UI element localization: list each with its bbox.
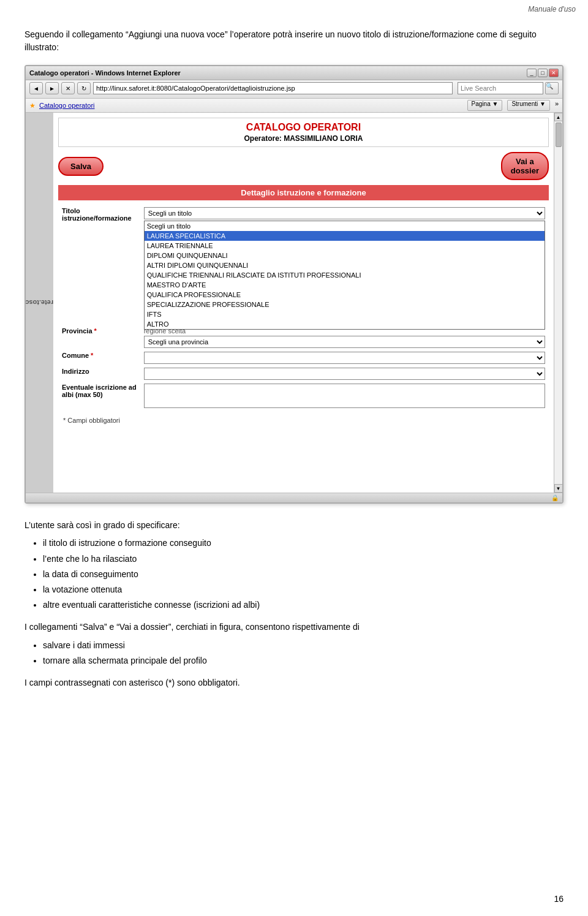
dropdown-item-qualifiche[interactable]: QUALIFICHE TRIENNALI RILASCIATE DA ISTIT… — [145, 270, 545, 280]
form-table: Titoloistruzione/formazione Scegli un ti… — [58, 205, 549, 412]
label-titolo: Titoloistruzione/formazione — [58, 205, 140, 325]
browser-window-buttons: _ □ ✕ — [527, 69, 559, 77]
select-titolo[interactable]: Scegli un titolo — [144, 207, 545, 219]
form-row-indirizzo: Indirizzo — [58, 366, 549, 382]
dropdown-item-altri-diplomi[interactable]: ALTRI DIPLOMI QUINQUENNALI — [145, 260, 545, 270]
section-header: Dettaglio istruzione e formazione — [58, 185, 549, 200]
body-intro: L’utente sarà così in grado di specifica… — [24, 518, 564, 532]
page-content-area: www.rete.toscana.it CATALOGO OPERATORI O… — [26, 113, 562, 493]
favorites-icon: ★ — [29, 102, 36, 110]
form-row-comune: Comune * — [58, 350, 549, 366]
main-page-content: CATALOGO OPERATORI Operatore: MASSIMILIA… — [53, 113, 554, 493]
dropdown-titolo-wrapper: Scegli un titolo Scegli un titolo LAUREA… — [144, 207, 545, 219]
bullets-list-2: salvare i dati immessi tornare alla sche… — [43, 638, 564, 668]
browser-toolbar: ◄ ► ✕ ↻ 🔍 — [26, 80, 562, 99]
catalog-header: CATALOGO OPERATORI Operatore: MASSIMILIA… — [58, 118, 549, 147]
field-comune — [140, 350, 549, 366]
dropdown-item-laurea-tri[interactable]: LAUREA TRIENNALE — [145, 241, 545, 251]
label-comune: Comune * — [58, 350, 140, 366]
field-albi — [140, 382, 549, 412]
tools-menu-button[interactable]: Strumenti ▼ — [507, 100, 549, 111]
minimize-button[interactable]: _ — [527, 69, 537, 77]
catalog-actions: Salva Vai a dossier — [58, 152, 549, 180]
back-button[interactable]: ◄ — [29, 82, 43, 94]
browser-titlebar: Catalogo operatori - Windows Internet Ex… — [26, 66, 562, 80]
scroll-down-button[interactable]: ▼ — [554, 484, 563, 493]
bullet-item-caratteristiche: altre eventuali caratteristiche connesse… — [43, 597, 564, 613]
close-button[interactable]: ✕ — [549, 69, 559, 77]
label-indirizzo: Indirizzo — [58, 366, 140, 382]
form-row-titolo: Titoloistruzione/formazione Scegli un ti… — [58, 205, 549, 325]
browser-nav-bar: ◄ ► ✕ ↻ 🔍 — [29, 82, 559, 94]
sidebar-brand: www.rete.toscana.it — [26, 113, 53, 493]
select-provincia[interactable]: Scegli una provincia — [144, 336, 545, 348]
forward-button[interactable]: ► — [45, 82, 59, 94]
select-comune[interactable] — [144, 352, 545, 364]
bullet-tornare: tornare alla schermata principale del pr… — [43, 653, 564, 668]
scroll-up-button[interactable]: ▲ — [554, 113, 563, 121]
browser-statusbar: 🔒 — [26, 493, 562, 502]
label-albi: Eventuale iscrizione adalbi (max 50) — [58, 382, 140, 412]
bullet-item-titolo: il titolo di istruzione o formazione con… — [43, 536, 564, 551]
scroll-thumb[interactable] — [556, 123, 562, 147]
dropdown-item-scegli[interactable]: Scegli un titolo — [145, 221, 545, 231]
favorites-bar: ★ Catalogo operatori Pagina ▼ Strumenti … — [26, 99, 562, 113]
search-input[interactable] — [458, 82, 543, 94]
browser-window: Catalogo operatori - Windows Internet Ex… — [24, 65, 564, 504]
dropdown-item-maestro[interactable]: MAESTRO D'ARTE — [145, 280, 545, 290]
sidebar-url: www.rete.toscana.it — [26, 299, 53, 306]
dropdown-item-qualifica-prof[interactable]: QUALIFICA PROFESSIONALE — [145, 290, 545, 300]
manual-label: Manuale d'uso — [528, 5, 576, 13]
body-section: L’utente sarà così in grado di specifica… — [24, 518, 564, 689]
dropdown-item-specializ[interactable]: SPECIALIZZAZIONE PROFESSIONALE — [145, 300, 545, 309]
vai-dossier-button[interactable]: Vai a dossier — [501, 152, 549, 180]
bullet-salvare: salvare i dati immessi — [43, 638, 564, 653]
bullet-item-votazione: la votazione ottenuta — [43, 582, 564, 597]
body-para2: I collegamenti “Salva” e “Vai a dossier”… — [24, 620, 564, 634]
intro-paragraph: Seguendo il collegamento “Aggiungi una n… — [24, 28, 564, 54]
statusbar-right: 🔒 — [551, 494, 559, 501]
bullets-list-1: il titolo di istruzione o formazione con… — [43, 536, 564, 613]
dropdown-item-ifts[interactable]: IFTS — [145, 309, 545, 319]
label-provincia: Provincia * — [58, 325, 140, 350]
browser-title: Catalogo operatori - Windows Internet Ex… — [29, 69, 181, 77]
field-indirizzo — [140, 366, 549, 382]
bullet-item-data: la data di conseguimento — [43, 567, 564, 582]
maximize-button[interactable]: □ — [538, 69, 548, 77]
dropdown-open-list: Scegli un titolo LAUREA SPECIALISTICA LA… — [144, 221, 545, 330]
page-number: 16 — [554, 894, 564, 904]
sidebar-brand-text: www.rete.toscana.it — [26, 299, 53, 306]
salva-button[interactable]: Salva — [58, 157, 104, 176]
catalog-title: CATALOGO OPERATORI — [65, 122, 542, 133]
zoom-label: 🔒 — [551, 494, 559, 501]
search-button[interactable]: 🔍 — [545, 82, 559, 94]
favorites-link[interactable]: Catalogo operatori — [39, 102, 95, 109]
dropdown-item-altro[interactable]: ALTRO — [145, 319, 545, 329]
catalog-operator: Operatore: MASSIMILIANO LORIA — [65, 134, 542, 143]
form-row-albi: Eventuale iscrizione adalbi (max 50) — [58, 382, 549, 412]
textarea-albi[interactable] — [144, 384, 545, 408]
field-titolo: Scegli un titolo Scegli un titolo LAUREA… — [140, 205, 549, 325]
browser-scrollbar: ▲ ▼ — [554, 113, 562, 493]
refresh-button[interactable]: ↻ — [77, 82, 91, 94]
manual-header: Manuale d'uso — [0, 0, 588, 16]
address-bar[interactable] — [93, 82, 453, 94]
dropdown-item-diplomi-quinq[interactable]: DIPLOMI QUINQUENNALI — [145, 251, 545, 260]
page-menu-button[interactable]: Pagina ▼ — [467, 100, 503, 111]
bullet-item-ente: l’ente che lo ha rilasciato — [43, 551, 564, 567]
toolbar-extra: » — [555, 100, 559, 111]
dropdown-item-laurea-spec[interactable]: LAUREA SPECIALISTICA — [145, 231, 545, 241]
mandatory-note: * Campi obbligatori — [63, 417, 544, 424]
body-para3: I campi contrassegnati con asterisco (*)… — [24, 676, 564, 689]
select-indirizzo[interactable] — [144, 368, 545, 380]
stop-button[interactable]: ✕ — [61, 82, 75, 94]
